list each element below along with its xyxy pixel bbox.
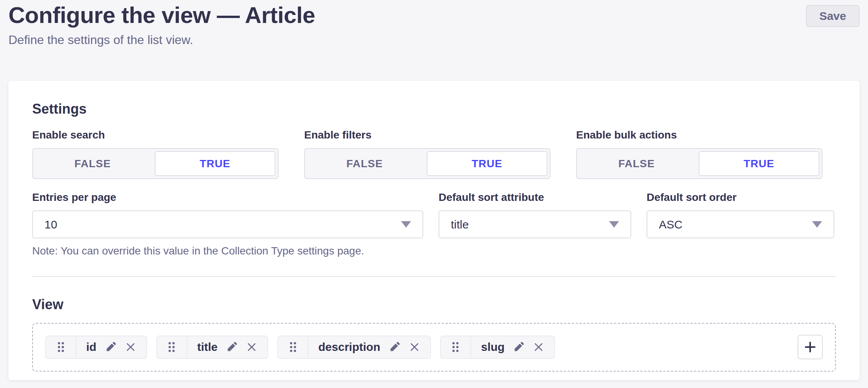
remove-icon[interactable]	[125, 341, 136, 353]
default-sort-attribute-select[interactable]: title	[439, 210, 631, 238]
default-sort-order-select[interactable]: ASC	[647, 210, 834, 238]
entries-per-page-note: Note: You can override this value in the…	[32, 245, 423, 258]
remove-icon[interactable]	[246, 341, 257, 353]
page-title: Configure the view — Article	[8, 2, 860, 28]
enable-filters-false-option[interactable]: FALSE	[305, 149, 424, 178]
drag-handle-icon[interactable]	[278, 336, 308, 358]
enable-search-toggle: FALSE TRUE	[32, 148, 278, 179]
selects-row: Entries per page 10 Note: You can overri…	[32, 192, 836, 258]
settings-heading: Settings	[32, 102, 836, 116]
chevron-down-icon	[812, 221, 822, 228]
edit-icon[interactable]	[389, 341, 400, 353]
drag-handle-icon[interactable]	[157, 336, 187, 358]
settings-card: Settings Enable search FALSE TRUE Enable…	[8, 81, 860, 380]
chevron-down-icon	[609, 221, 619, 228]
remove-icon[interactable]	[533, 341, 544, 353]
view-heading: View	[32, 298, 836, 311]
toggles-row: Enable search FALSE TRUE Enable filters …	[32, 130, 836, 179]
entries-per-page-value: 10	[44, 218, 57, 231]
settings-section: Settings Enable search FALSE TRUE Enable…	[32, 102, 836, 258]
configure-view-page: Configure the view — Article Define the …	[0, 0, 868, 388]
page-header: Configure the view — Article Define the …	[8, 0, 860, 47]
entries-per-page-select[interactable]: 10	[32, 210, 423, 238]
edit-icon[interactable]	[513, 341, 524, 353]
remove-icon[interactable]	[409, 341, 420, 353]
default-sort-order-field: Default sort order ASC	[647, 192, 834, 258]
chevron-down-icon	[401, 221, 411, 228]
plus-icon	[804, 341, 817, 354]
entries-per-page-field: Entries per page 10 Note: You can overri…	[32, 192, 423, 258]
enable-bulk-actions-false-option[interactable]: FALSE	[577, 149, 696, 178]
drag-handle-icon[interactable]	[46, 336, 76, 358]
edit-icon[interactable]	[226, 341, 237, 353]
field-dropzone: id	[32, 323, 836, 372]
field-chip-label: slug	[481, 341, 505, 354]
page-subtitle: Define the settings of the list view.	[8, 33, 860, 47]
save-button[interactable]: Save	[806, 5, 860, 27]
enable-filters-true-option[interactable]: TRUE	[427, 151, 548, 176]
field-chip-title[interactable]: title	[156, 336, 268, 359]
field-chip-label: title	[197, 341, 218, 354]
default-sort-order-value: ASC	[659, 218, 683, 231]
default-sort-attribute-field: Default sort attribute title	[439, 192, 631, 258]
section-divider	[32, 276, 836, 277]
add-field-button[interactable]	[798, 335, 823, 359]
enable-filters-toggle: FALSE TRUE	[304, 148, 550, 179]
enable-search-field: Enable search FALSE TRUE	[32, 130, 278, 179]
enable-bulk-actions-toggle: FALSE TRUE	[576, 148, 822, 179]
enable-bulk-actions-label: Enable bulk actions	[576, 130, 822, 140]
enable-bulk-actions-field: Enable bulk actions FALSE TRUE	[576, 130, 822, 179]
entries-per-page-label: Entries per page	[32, 192, 423, 203]
enable-filters-label: Enable filters	[304, 130, 550, 140]
default-sort-attribute-label: Default sort attribute	[439, 192, 631, 203]
field-chip-id[interactable]: id	[45, 336, 147, 359]
drag-handle-icon[interactable]	[441, 336, 471, 358]
enable-filters-field: Enable filters FALSE TRUE	[304, 130, 550, 179]
field-chip-description[interactable]: description	[277, 336, 431, 359]
field-chip-slug[interactable]: slug	[440, 336, 555, 359]
field-chip-label: id	[86, 341, 97, 354]
edit-icon[interactable]	[105, 341, 116, 353]
enable-search-label: Enable search	[32, 130, 278, 140]
view-section: View id	[32, 298, 836, 372]
default-sort-order-label: Default sort order	[647, 192, 834, 203]
enable-bulk-actions-true-option[interactable]: TRUE	[699, 151, 820, 176]
enable-search-true-option[interactable]: TRUE	[155, 151, 276, 176]
field-chip-label: description	[318, 341, 380, 354]
enable-search-false-option[interactable]: FALSE	[33, 149, 152, 178]
default-sort-attribute-value: title	[451, 218, 469, 231]
